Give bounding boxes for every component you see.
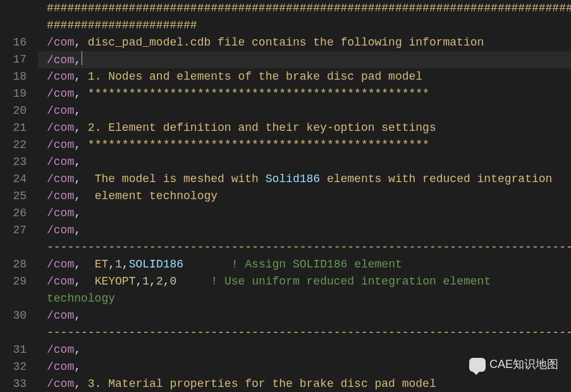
code-line[interactable]: ----------------------------------------…: [38, 324, 571, 341]
line-number: [0, 0, 27, 17]
token: ****************************************…: [88, 138, 429, 151]
token: ET: [95, 258, 109, 271]
line-number: 25: [0, 188, 27, 205]
token: /com: [47, 360, 74, 373]
token: ,: [122, 258, 129, 271]
code-line[interactable]: /com,: [38, 205, 571, 222]
token: /com: [47, 87, 74, 100]
token: /com: [47, 54, 74, 66]
code-line[interactable]: /com, **********************************…: [38, 137, 571, 154]
code-line[interactable]: /com, ET,1,SOLID186 ! Assign SOLID186 el…: [38, 256, 571, 273]
token: ,: [74, 207, 81, 219]
token: ----------------------------------------…: [47, 326, 571, 339]
code-line[interactable]: technology: [38, 290, 571, 307]
token: /com: [47, 104, 74, 117]
code-area[interactable]: ########################################…: [38, 0, 571, 392]
token: 1: [115, 258, 122, 271]
line-number: 19: [0, 85, 27, 102]
code-line[interactable]: /com,: [38, 307, 571, 324]
line-number: 32: [0, 358, 27, 376]
code-line[interactable]: /com,: [38, 222, 571, 239]
line-number: 20: [0, 102, 27, 119]
token: ,: [74, 360, 81, 373]
token: disc_pad_model.cdb file contains the fol…: [88, 36, 484, 49]
token: /com: [47, 156, 74, 168]
token: /com: [47, 173, 74, 185]
token: 1. Nodes and elements of the brake disc …: [88, 70, 422, 83]
code-line[interactable]: /com, **********************************…: [38, 85, 571, 102]
code-line[interactable]: /com, 1. Nodes and elements of the brake…: [38, 68, 571, 85]
token: ,: [74, 275, 94, 288]
token: technology: [47, 292, 115, 305]
token: /com: [47, 258, 74, 271]
line-number: 16: [0, 34, 27, 51]
token: ######################: [47, 19, 197, 32]
token: [176, 275, 211, 288]
token: 3. Material properties for the brake dis…: [88, 377, 436, 390]
token: ,: [74, 224, 88, 236]
token: /com: [47, 343, 74, 356]
line-number-gutter: 161718192021222324252627282930313233: [0, 0, 38, 392]
code-line[interactable]: /com, 2. Element definition and their ke…: [38, 119, 571, 137]
token: ,: [74, 121, 88, 134]
token: ########################################…: [47, 2, 571, 15]
token: ,: [163, 275, 170, 288]
token: /com: [47, 36, 74, 49]
code-line[interactable]: /com, disc_pad_model.cdb file contains t…: [38, 34, 571, 51]
line-number: [0, 290, 27, 307]
code-line[interactable]: /com, KEYOPT,1,2,0 ! Use uniform reduced…: [38, 273, 571, 290]
token: /com: [47, 207, 74, 219]
token: ,: [108, 258, 115, 271]
token: /com: [47, 224, 74, 236]
token: ,: [74, 309, 88, 322]
code-line[interactable]: ######################: [38, 17, 571, 34]
token: ,: [74, 138, 88, 151]
line-number: 33: [0, 376, 27, 392]
token: ----------------------------------------…: [47, 241, 571, 254]
line-number: [0, 17, 27, 34]
token: ,: [74, 343, 81, 356]
line-number: 27: [0, 222, 27, 239]
code-line[interactable]: /com, element technology: [38, 188, 571, 205]
code-line[interactable]: /com, 3. Material properties for the bra…: [38, 376, 571, 392]
line-number: 28: [0, 256, 27, 273]
token: element technology: [95, 190, 218, 202]
token: ,: [74, 258, 94, 271]
token: ,: [149, 275, 156, 288]
watermark-label: CAE知识地图: [489, 356, 558, 373]
token: ,: [74, 104, 81, 117]
watermark: CAE知识地图: [469, 356, 558, 373]
token: elements with reduced integration: [320, 173, 552, 185]
text-cursor: [82, 51, 82, 65]
line-number: 18: [0, 68, 27, 85]
code-line[interactable]: /com,: [38, 102, 571, 119]
token: [183, 258, 231, 271]
token: 0: [170, 275, 177, 288]
token: /com: [47, 309, 74, 322]
token: KEYOPT: [95, 275, 136, 288]
token: ,: [74, 54, 81, 66]
token: ,: [74, 70, 88, 83]
code-line[interactable]: /com,: [38, 51, 571, 68]
code-line[interactable]: ########################################…: [38, 0, 571, 17]
code-line[interactable]: /com,: [38, 154, 571, 171]
line-number: 24: [0, 171, 27, 188]
token: /com: [47, 121, 74, 134]
code-line[interactable]: ----------------------------------------…: [38, 239, 571, 256]
token: /com: [47, 190, 74, 202]
code-editor[interactable]: 161718192021222324252627282930313233 ###…: [0, 0, 571, 392]
line-number: 22: [0, 137, 27, 154]
wechat-icon: [469, 358, 486, 372]
token: ****************************************…: [88, 87, 429, 100]
code-line[interactable]: /com, The model is meshed with Solid186 …: [38, 171, 571, 188]
token: ,: [74, 36, 88, 49]
token: ,: [74, 377, 88, 390]
token: /com: [47, 275, 74, 288]
token: Solid186: [266, 173, 320, 185]
token: ,: [74, 156, 81, 168]
token: /com: [47, 70, 74, 83]
token: ! Use uniform reduced integration elemen…: [211, 275, 498, 288]
token: ,: [74, 87, 88, 100]
line-number: 26: [0, 205, 27, 222]
token: 2: [156, 275, 163, 288]
